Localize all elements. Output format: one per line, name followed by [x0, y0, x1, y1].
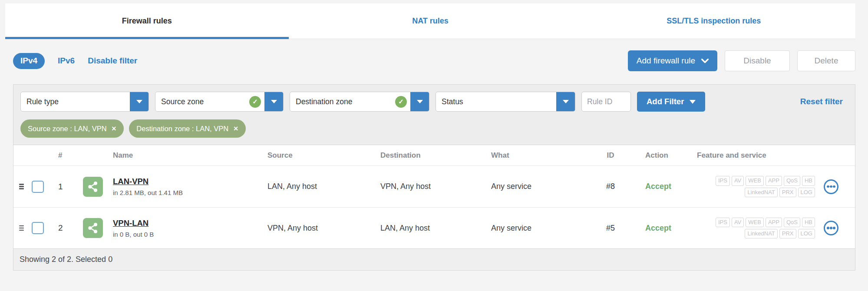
rule-source: VPN, Any host [265, 224, 378, 233]
destination-zone-dropdown-label: Destination zone [290, 97, 395, 106]
badge-web: WEB [746, 218, 764, 227]
rule-id-input[interactable] [581, 92, 631, 112]
caret-down-icon [690, 100, 696, 104]
disable-button[interactable]: Disable [725, 50, 790, 71]
table-row: 1 LAN-VPN in 2.81 MB, out 1.41 MB LAN [13, 166, 855, 207]
rule-name-link[interactable]: LAN-VPN [113, 177, 149, 186]
destination-zone-dropdown[interactable]: Destination zone ✓ [290, 92, 429, 112]
header-source: Source [265, 151, 378, 160]
badge-ips: IPS [716, 218, 730, 227]
rule-traffic-stats: in 0 B, out 0 B [113, 231, 154, 238]
share-icon [83, 218, 103, 238]
tab-ssl-tls-inspection-rules[interactable]: SSL/TLS inspection rules [572, 3, 855, 39]
drag-handle-icon[interactable] [19, 184, 24, 189]
row-number: 1 [50, 182, 81, 192]
reset-filter-link[interactable]: Reset filter [800, 97, 843, 106]
badge-prx: PRX [779, 188, 796, 197]
header-action: Action [630, 151, 678, 160]
badge-av: AV [732, 218, 744, 227]
toolbar: IPv4 IPv6 Disable filter Add firewall ru… [13, 50, 855, 71]
delete-button[interactable]: Delete [797, 50, 855, 71]
caret-down-icon [271, 100, 277, 103]
row-menu-ellipsis-icon[interactable] [824, 179, 838, 194]
badge-hb: HB [802, 218, 815, 227]
badge-av: AV [732, 176, 744, 185]
badge-qos: QoS [784, 218, 800, 227]
rule-source: LAN, Any host [265, 182, 378, 191]
chip-label: Source zone : LAN, VPN [28, 125, 107, 133]
protocol-switcher: IPv4 IPv6 Disable filter [13, 53, 137, 69]
rule-name-link[interactable]: VPN-LAN [113, 218, 149, 228]
filter-controls: Rule type Source zone ✓ Destination zone… [20, 92, 848, 112]
check-circle-icon: ✓ [249, 96, 261, 108]
rule-features-cell: IPS AV WEB APP QoS HB LinkedNAT PRX LOG [678, 176, 855, 197]
destination-zone-dropdown-caret[interactable] [410, 92, 429, 112]
rule-what: Any service [489, 182, 591, 191]
rules-tab-bar: Firewall rules NAT rules SSL/TLS inspect… [5, 3, 855, 39]
status-dropdown-label: Status [436, 97, 556, 106]
table-footer-summary: Showing 2 of 2. Selected 0 [13, 248, 855, 270]
disable-filter-link[interactable]: Disable filter [88, 56, 137, 66]
status-dropdown-caret[interactable] [556, 92, 575, 112]
ipv4-toggle[interactable]: IPv4 [13, 53, 45, 69]
header-id: ID [591, 151, 630, 160]
rule-type-dropdown[interactable]: Rule type [20, 92, 149, 112]
rule-action-status: Accept [630, 224, 678, 233]
close-icon[interactable]: ✕ [112, 125, 117, 132]
badge-ips: IPS [716, 176, 730, 185]
caret-down-icon [417, 100, 423, 103]
badge-qos: QoS [784, 176, 800, 185]
rules-panel: Rule type Source zone ✓ Destination zone… [13, 84, 855, 271]
status-dropdown[interactable]: Status [436, 92, 575, 112]
badge-web: WEB [746, 176, 764, 185]
badge-linkednat: LinkedNAT [745, 229, 777, 238]
tab-nat-rules[interactable]: NAT rules [289, 3, 572, 39]
rule-destination: VPN, Any host [378, 182, 489, 191]
source-zone-dropdown[interactable]: Source zone ✓ [155, 92, 284, 112]
badge-hb: HB [802, 176, 815, 185]
table-row: 2 VPN-LAN in 0 B, out 0 B VPN, Any ho [13, 207, 855, 248]
rule-action-status: Accept [630, 182, 678, 191]
feature-badges: IPS AV WEB APP QoS HB LinkedNAT PRX LOG [703, 218, 815, 239]
header-what: What [489, 151, 591, 160]
tab-firewall-rules[interactable]: Firewall rules [5, 3, 289, 39]
row-checkbox[interactable] [32, 222, 44, 234]
rule-id: #8 [591, 182, 630, 191]
chip-label: Destination zone : LAN, VPN [136, 125, 228, 133]
rule-type-dropdown-caret[interactable] [130, 92, 149, 112]
active-filter-chips: Source zone : LAN, VPN ✕ Destination zon… [20, 119, 848, 138]
badge-log: LOG [798, 188, 815, 197]
header-number: # [50, 151, 81, 160]
source-zone-dropdown-caret[interactable] [264, 92, 284, 112]
close-icon[interactable]: ✕ [233, 125, 238, 132]
header-name: Name [81, 151, 265, 160]
table-header-row: # Name Source Destination What ID Action… [13, 145, 855, 166]
source-zone-dropdown-label: Source zone [155, 97, 249, 106]
check-circle-icon: ✓ [395, 96, 407, 108]
add-filter-button[interactable]: Add Filter [637, 92, 705, 112]
drag-handle-icon[interactable] [19, 225, 24, 231]
row-menu-ellipsis-icon[interactable] [824, 221, 838, 235]
rule-features-cell: IPS AV WEB APP QoS HB LinkedNAT PRX LOG [678, 218, 855, 239]
destination-zone-filter-chip: Destination zone : LAN, VPN ✕ [129, 119, 246, 138]
firewall-rules-table: # Name Source Destination What ID Action… [13, 145, 855, 270]
rule-traffic-stats: in 2.81 MB, out 1.41 MB [113, 189, 183, 196]
rule-name-cell: VPN-LAN in 0 B, out 0 B [81, 218, 265, 238]
row-number: 2 [50, 223, 81, 233]
header-feature-and-service: Feature and service [678, 151, 855, 160]
add-filter-label: Add Filter [647, 97, 684, 106]
rule-id: #5 [591, 224, 630, 233]
row-checkbox[interactable] [32, 181, 44, 193]
rule-destination: LAN, Any host [378, 224, 489, 233]
add-firewall-rule-button[interactable]: Add firewall rule [628, 50, 717, 71]
ipv6-toggle[interactable]: IPv6 [58, 56, 75, 66]
share-icon [83, 177, 103, 197]
chevron-down-icon [701, 59, 709, 63]
rule-name-cell: LAN-VPN in 2.81 MB, out 1.41 MB [81, 177, 265, 197]
toolbar-actions: Add firewall rule Disable Delete [628, 50, 855, 71]
badge-app: APP [766, 218, 782, 227]
source-zone-filter-chip: Source zone : LAN, VPN ✕ [20, 119, 124, 138]
filter-panel: Rule type Source zone ✓ Destination zone… [13, 85, 855, 145]
badge-app: APP [766, 176, 782, 185]
badge-log: LOG [798, 229, 815, 238]
